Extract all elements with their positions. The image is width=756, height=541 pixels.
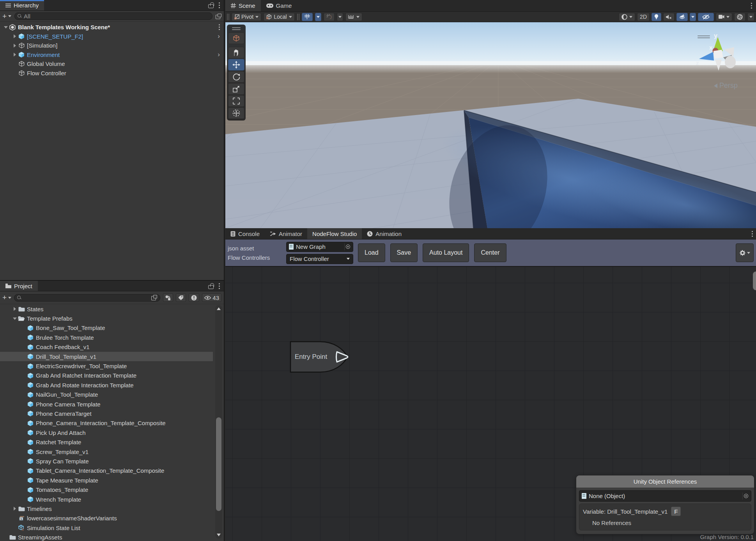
auto-layout-button[interactable]: Auto Layout: [423, 243, 469, 262]
pick-window-icon[interactable]: [216, 14, 221, 19]
entry-point-node[interactable]: Entry Point: [290, 341, 350, 373]
tab-console[interactable]: Console: [225, 228, 265, 239]
unlock-icon[interactable]: [208, 283, 213, 289]
project-row[interactable]: Spray Can Template: [0, 456, 213, 466]
graph-scrollbar-thumb[interactable]: [753, 271, 756, 290]
filter-by-label-button[interactable]: [176, 293, 186, 302]
toolbar-grip[interactable]: [297, 14, 299, 20]
project-row[interactable]: NailGun_Tool_Template: [0, 390, 213, 399]
dock-menu-kebab-icon[interactable]: [752, 231, 753, 237]
project-row[interactable]: Bone_Saw_Tool_Template: [0, 323, 213, 333]
project-row[interactable]: Phone Camera Template: [0, 399, 213, 409]
gizmos-dropdown-caret[interactable]: [747, 13, 754, 21]
hierarchy-search-input[interactable]: All: [14, 12, 212, 20]
load-button[interactable]: Load: [358, 243, 385, 262]
project-row[interactable]: Grab And Ratchet Interaction Template: [0, 371, 213, 380]
project-row[interactable]: Pick Up And Attach: [0, 428, 213, 437]
expand-arrow-icon[interactable]: [3, 26, 9, 28]
project-row[interactable]: {} Simulation State List: [0, 523, 213, 532]
local-space-dropdown[interactable]: Local: [264, 13, 294, 21]
expand-arrow-icon[interactable]: [12, 507, 18, 511]
project-row[interactable]: Wrench Template: [0, 495, 213, 504]
project-row[interactable]: S lowercasesimnameShaderVariants: [0, 514, 213, 523]
hierarchy-row[interactable]: Blank Templates Working Scene* ›: [0, 23, 224, 32]
object-picker-icon[interactable]: [344, 243, 351, 250]
lighting-toggle[interactable]: [652, 13, 661, 21]
hand-pan-tool-button[interactable]: [228, 47, 244, 59]
project-row[interactable]: ElectricScrewdriver_Tool_Template: [0, 361, 213, 371]
expand-arrow-icon[interactable]: [12, 53, 18, 57]
project-row[interactable]: Brulee Torch Template: [0, 333, 213, 342]
snap-increment-dropdown[interactable]: [345, 13, 362, 21]
expand-arrow-icon[interactable]: [12, 44, 18, 48]
tab-animator[interactable]: Animator: [265, 228, 307, 239]
tab-scene[interactable]: Scene: [225, 0, 261, 11]
shading-mode-dropdown[interactable]: [619, 13, 635, 21]
camera-overlay-dropdown[interactable]: [716, 13, 732, 21]
project-create-button[interactable]: +: [2, 293, 11, 302]
snap-settings-dropdown[interactable]: [337, 13, 343, 21]
center-button[interactable]: Center: [474, 243, 506, 262]
nodeflow-graph-canvas[interactable]: Entry Point Graph Version: 0.0.1 Unity O…: [225, 267, 756, 541]
scroll-down-arrow[interactable]: [217, 534, 221, 536]
transform-tool-button[interactable]: [228, 107, 244, 119]
gizmos-dropdown[interactable]: [734, 13, 745, 21]
overlay-drag-handle[interactable]: [228, 26, 244, 31]
flow-controller-dropdown[interactable]: Flow Controller: [286, 254, 353, 264]
scene-viewport[interactable]: y z x Persp: [225, 22, 756, 228]
project-scrollbar[interactable]: [215, 305, 222, 539]
expand-arrow-icon[interactable]: [12, 318, 18, 320]
hierarchy-create-button[interactable]: +: [2, 12, 11, 21]
project-row[interactable]: Coach Feedback_v1: [0, 342, 213, 352]
tab-animation[interactable]: Animation: [362, 228, 407, 239]
rect-tool-button[interactable]: [228, 95, 244, 107]
project-menu-kebab-icon[interactable]: [219, 283, 220, 289]
tab-nodeflow-studio[interactable]: NodeFlow Studio: [307, 228, 362, 239]
toolbar-grip[interactable]: [227, 14, 229, 20]
project-row[interactable]: Grab And Rotate Interaction Template: [0, 380, 213, 390]
project-row[interactable]: Phone CameraTarget: [0, 409, 213, 418]
pivot-mode-dropdown[interactable]: Pivot: [232, 13, 261, 21]
tab-project[interactable]: Project: [0, 281, 38, 291]
audio-mute-toggle[interactable]: [663, 13, 675, 21]
hierarchy-row[interactable]: Global Volume ›: [0, 59, 224, 69]
project-row[interactable]: Template Prefabs: [0, 314, 213, 323]
project-search-input[interactable]: [14, 294, 160, 302]
filter-by-type-button[interactable]: [163, 293, 173, 302]
unlock-icon[interactable]: [208, 2, 213, 8]
project-row[interactable]: Screw_Template_v1: [0, 447, 213, 456]
project-row[interactable]: States: [0, 304, 213, 314]
orientation-gizmo[interactable]: y z x: [694, 32, 740, 78]
project-row[interactable]: Drill_Tool_Template_v1: [0, 352, 213, 361]
scene-visibility-toggle[interactable]: [698, 13, 714, 21]
focus-variable-button[interactable]: F: [671, 507, 681, 516]
expand-arrow-icon[interactable]: [12, 307, 18, 311]
pick-window-icon[interactable]: [151, 295, 157, 300]
scene-menu-kebab-icon[interactable]: [751, 3, 752, 9]
scale-tool-button[interactable]: [228, 83, 244, 95]
scrollbar-thumb[interactable]: [216, 417, 221, 511]
scene-effects-toggle[interactable]: [676, 13, 688, 21]
project-row[interactable]: Tape Measure Template: [0, 475, 213, 485]
graph-asset-object-field[interactable]: New Graph: [286, 242, 353, 252]
tab-game[interactable]: Game: [261, 0, 297, 11]
project-row[interactable]: Tablet_Camera_Interaction_Template_Compo…: [0, 466, 213, 475]
project-row[interactable]: Tomatoes_Template: [0, 485, 213, 494]
save-button[interactable]: Save: [390, 243, 418, 262]
grid-visibility-toggle[interactable]: Y: [302, 13, 313, 21]
hierarchy-row[interactable]: [SCENE_SETUP_F2] ›: [0, 32, 224, 41]
scene-effects-dropdown[interactable]: [690, 13, 696, 21]
hierarchy-row[interactable]: Environment ›: [0, 50, 224, 60]
object-picker-icon[interactable]: [742, 493, 749, 500]
scroll-up-arrow[interactable]: [217, 307, 221, 310]
move-tool-button[interactable]: [228, 59, 244, 71]
view-tool-button[interactable]: [228, 32, 244, 44]
prefab-chevron-icon[interactable]: ›: [218, 32, 220, 40]
project-row[interactable]: Timelines: [0, 504, 213, 513]
hierarchy-row[interactable]: [Simulation] ›: [0, 41, 224, 50]
rotate-tool-button[interactable]: [228, 71, 244, 83]
snap-toggle[interactable]: [324, 13, 335, 21]
reference-object-field[interactable]: None (Object): [579, 490, 751, 502]
console-warning-filter-button[interactable]: [189, 293, 199, 302]
graph-settings-button[interactable]: [736, 243, 754, 262]
